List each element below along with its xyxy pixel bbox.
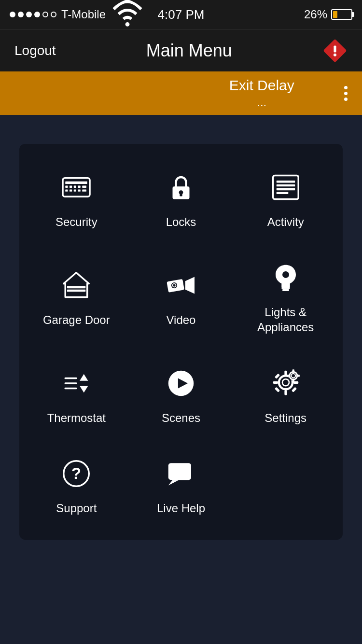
menu-item-lights[interactable]: Lights & Appliances bbox=[233, 244, 338, 349]
svg-rect-22 bbox=[276, 188, 295, 190]
svg-rect-14 bbox=[78, 189, 81, 191]
svg-rect-10 bbox=[83, 186, 87, 188]
menu-grid-empty bbox=[233, 440, 338, 530]
svg-point-29 bbox=[172, 283, 176, 287]
svg-marker-27 bbox=[185, 277, 195, 294]
svg-rect-9 bbox=[78, 186, 81, 188]
alert-banner: Exit Delay ... bbox=[0, 71, 362, 115]
alert-subtitle: ... bbox=[257, 96, 266, 109]
svg-rect-7 bbox=[70, 186, 72, 188]
menu-grid: Security Locks bbox=[24, 154, 338, 440]
menu-item-video[interactable]: Video bbox=[129, 244, 234, 349]
menu-item-garage-door[interactable]: Garage Door bbox=[24, 244, 129, 349]
signal-dot-6 bbox=[51, 12, 56, 17]
signal-dot-3 bbox=[26, 12, 32, 17]
svg-rect-42 bbox=[284, 390, 287, 395]
menu-dot-3 bbox=[344, 98, 348, 101]
nav-bar: Logout Main Menu bbox=[0, 29, 362, 71]
menu-dot-1 bbox=[344, 86, 348, 89]
svg-rect-48 bbox=[292, 387, 297, 392]
menu-item-thermostat[interactable]: Thermostat bbox=[24, 350, 129, 440]
status-right: 26% bbox=[304, 8, 352, 21]
locks-icon bbox=[164, 168, 198, 207]
alert-menu-button[interactable] bbox=[344, 86, 348, 101]
svg-rect-43 bbox=[273, 381, 278, 383]
wifi-icon bbox=[111, 0, 144, 33]
svg-point-3 bbox=[334, 53, 336, 56]
thermostat-label: Thermostat bbox=[47, 410, 106, 425]
menu-item-security[interactable]: Security bbox=[24, 154, 129, 244]
carrier-name: T-Mobile bbox=[61, 8, 106, 21]
signal-dot-5 bbox=[42, 12, 48, 17]
live-help-label: Live Help bbox=[157, 501, 205, 516]
svg-rect-25 bbox=[67, 286, 86, 288]
svg-rect-24 bbox=[67, 290, 86, 292]
svg-marker-58 bbox=[168, 480, 179, 485]
menu-item-scenes[interactable]: Scenes bbox=[129, 350, 234, 440]
scenes-label: Scenes bbox=[162, 410, 200, 425]
svg-rect-30 bbox=[281, 287, 290, 289]
svg-rect-18 bbox=[180, 193, 182, 196]
security-label: Security bbox=[56, 214, 97, 229]
svg-rect-45 bbox=[275, 373, 280, 378]
svg-rect-20 bbox=[276, 181, 295, 182]
scenes-icon bbox=[164, 364, 198, 403]
signal-dot-1 bbox=[10, 12, 15, 17]
svg-text:?: ? bbox=[71, 464, 81, 482]
svg-rect-52 bbox=[292, 379, 294, 382]
menu-item-settings[interactable]: Settings bbox=[233, 350, 338, 440]
alert-text: Exit Delay ... bbox=[180, 77, 345, 109]
svg-rect-2 bbox=[334, 45, 336, 52]
garage-door-icon bbox=[59, 266, 93, 305]
video-icon bbox=[164, 266, 198, 305]
menu-item-support[interactable]: ? Support bbox=[24, 440, 129, 530]
svg-rect-6 bbox=[66, 186, 68, 188]
signal-dot-2 bbox=[18, 12, 24, 17]
svg-rect-19 bbox=[273, 176, 298, 199]
menu-dot-2 bbox=[344, 92, 348, 95]
status-time: 4:07 PM bbox=[158, 7, 205, 22]
svg-rect-8 bbox=[74, 186, 76, 188]
battery-icon bbox=[331, 9, 352, 20]
battery-fill bbox=[333, 11, 337, 18]
battery-percent: 26% bbox=[304, 8, 327, 21]
activity-icon bbox=[269, 168, 303, 207]
svg-rect-31 bbox=[282, 289, 289, 291]
security-icon bbox=[59, 168, 93, 207]
nav-logo-icon bbox=[322, 38, 348, 63]
svg-point-40 bbox=[282, 379, 289, 386]
garage-door-label: Garage Door bbox=[43, 312, 110, 327]
video-label: Video bbox=[167, 312, 196, 327]
support-label: Support bbox=[56, 501, 97, 516]
alert-title: Exit Delay bbox=[229, 77, 294, 94]
svg-rect-51 bbox=[292, 369, 294, 372]
logout-button[interactable]: Logout bbox=[14, 43, 56, 58]
lights-label: Lights & Appliances bbox=[257, 305, 314, 335]
battery-icon-container bbox=[331, 9, 352, 20]
lights-icon bbox=[269, 258, 303, 297]
svg-rect-12 bbox=[70, 189, 72, 191]
svg-rect-57 bbox=[168, 463, 191, 480]
svg-rect-53 bbox=[287, 375, 290, 377]
settings-icon bbox=[269, 364, 303, 403]
menu-item-activity[interactable]: Activity bbox=[233, 154, 338, 244]
activity-label: Activity bbox=[267, 214, 304, 229]
menu-container: Security Locks bbox=[19, 144, 343, 540]
svg-marker-37 bbox=[80, 386, 88, 392]
svg-rect-15 bbox=[83, 189, 87, 191]
svg-rect-13 bbox=[74, 189, 76, 191]
svg-rect-5 bbox=[66, 182, 88, 184]
status-left: T-Mobile bbox=[10, 0, 144, 33]
svg-rect-54 bbox=[296, 375, 299, 377]
svg-rect-21 bbox=[276, 184, 295, 186]
status-bar: T-Mobile 4:07 PM 26% bbox=[0, 0, 362, 29]
svg-point-50 bbox=[291, 373, 295, 378]
menu-item-live-help[interactable]: Live Help bbox=[129, 440, 234, 530]
page-title: Main Menu bbox=[146, 41, 232, 61]
settings-label: Settings bbox=[265, 410, 306, 425]
thermostat-icon bbox=[59, 364, 93, 403]
support-icon: ? bbox=[59, 454, 93, 493]
signal-dot-4 bbox=[34, 12, 40, 17]
menu-item-locks[interactable]: Locks bbox=[129, 154, 234, 244]
svg-point-0 bbox=[125, 22, 130, 27]
